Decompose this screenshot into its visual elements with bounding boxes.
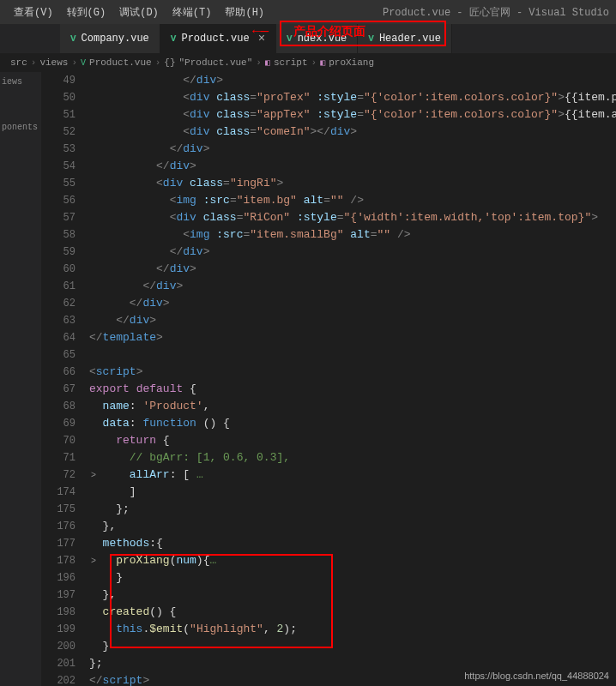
annotation-arrow-icon: ←— xyxy=(252,24,269,39)
tab-header[interactable]: V Header.vue xyxy=(358,24,452,53)
block-icon: ◧ xyxy=(320,57,325,68)
vue-icon: V xyxy=(287,33,293,44)
sidebar-item[interactable]: ponents xyxy=(0,117,41,137)
fold-icon[interactable]: > xyxy=(91,471,96,480)
vue-icon: V xyxy=(70,33,76,44)
annotation-text: 产品介绍页面 xyxy=(293,24,365,39)
tab-company[interactable]: V Company.vue xyxy=(60,24,160,53)
vue-icon: V xyxy=(171,33,177,44)
chevron-right-icon: › xyxy=(256,57,262,68)
code-editor[interactable]: 4950515253545556575859606162636465666768… xyxy=(41,72,616,686)
menu-view[interactable]: 查看(V) xyxy=(7,5,60,20)
crumb[interactable]: "Product.vue" xyxy=(179,57,253,68)
menu-goto[interactable]: 转到(G) xyxy=(60,5,113,20)
chevron-right-icon: › xyxy=(31,57,37,68)
crumb[interactable]: views xyxy=(39,57,68,68)
chevron-right-icon: › xyxy=(311,57,317,68)
sidebar-item[interactable]: iews xyxy=(0,72,41,92)
crumb[interactable]: script xyxy=(274,57,308,68)
tab-label: Header.vue xyxy=(379,33,441,45)
block-icon: ◧ xyxy=(265,57,270,68)
chevron-right-icon: › xyxy=(71,57,77,68)
fold-icon[interactable]: > xyxy=(91,557,96,566)
crumb[interactable]: {} xyxy=(164,57,175,68)
code-content[interactable]: </div> <div class="proTex" :style="{'col… xyxy=(89,72,616,686)
crumb[interactable]: src xyxy=(10,57,27,68)
menu-terminal[interactable]: 终端(T) xyxy=(166,5,219,20)
line-numbers: 4950515253545556575859606162636465666768… xyxy=(41,72,89,686)
crumb[interactable]: proXiang xyxy=(329,57,374,68)
window-title: Product.vue - 匠心官网 - Visual Studio xyxy=(383,5,609,20)
menu-debug[interactable]: 调试(D) xyxy=(112,5,166,20)
vue-icon: V xyxy=(368,33,374,44)
crumb[interactable]: Product.vue xyxy=(89,57,152,68)
vue-icon: V xyxy=(81,58,86,68)
menu-help[interactable]: 帮助(H) xyxy=(218,5,271,20)
menubar: 查看(V) 转到(G) 调试(D) 终端(T) 帮助(H) Product.vu… xyxy=(0,0,616,24)
watermark: https://blog.csdn.net/qq_44888024 xyxy=(464,671,609,681)
breadcrumb[interactable]: src › views › V Product.vue › {} "Produc… xyxy=(0,53,616,72)
sidebar: iews ponents xyxy=(0,72,41,686)
tab-label: Product.vue xyxy=(181,33,249,45)
chevron-right-icon: › xyxy=(155,57,161,68)
tab-label: Company.vue xyxy=(82,33,149,45)
